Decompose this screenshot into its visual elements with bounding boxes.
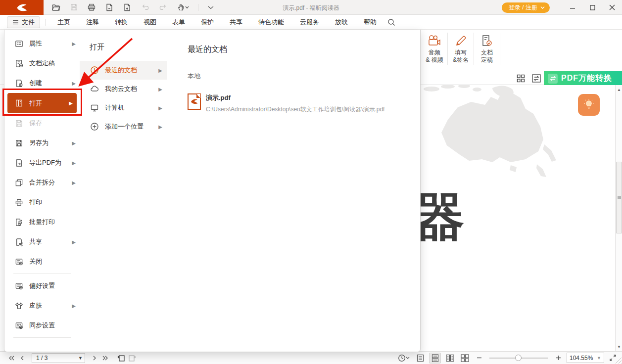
file-menu-item-doc-finalize[interactable]: 文档定稿: [4, 53, 80, 73]
file-menu-item-sync-settings[interactable]: 同步设置: [4, 316, 80, 335]
last-page-icon[interactable]: [100, 353, 111, 363]
menu-tab-protect[interactable]: 保护: [193, 15, 222, 29]
export-page-icon[interactable]: [104, 2, 115, 13]
chevron-right-icon: ▶: [72, 140, 76, 146]
customize-toolbar-chevron-icon[interactable]: [205, 2, 216, 13]
zoom-out-icon[interactable]: [474, 353, 484, 363]
file-menu-item-open[interactable]: 打开 ▶: [7, 93, 77, 113]
menu-file-button[interactable]: 文件: [7, 16, 40, 28]
undo-icon: [140, 2, 150, 13]
menu-item-label: 另存为: [29, 138, 48, 147]
next-page-icon[interactable]: [89, 353, 100, 363]
pdf-convert-button[interactable]: PDF万能转换: [544, 71, 622, 86]
prev-page-icon[interactable]: [17, 353, 28, 363]
file-menu-item-skin[interactable]: 皮肤 ▶: [4, 296, 80, 316]
menu-item-label: 文档定稿: [29, 59, 55, 68]
maximize-button[interactable]: [582, 0, 602, 15]
file-menu-item-save-as[interactable]: 另存为 ▶: [4, 133, 80, 153]
open-folder-icon[interactable]: [50, 2, 61, 13]
pdf-file-icon: [188, 93, 201, 110]
menu-tab-features[interactable]: 特色功能: [250, 15, 292, 29]
chevron-right-icon: ▶: [72, 180, 76, 185]
lightbulb-icon: [582, 98, 595, 111]
fullscreen-icon[interactable]: [607, 353, 618, 363]
file-menu-item-create[interactable]: 创建 ▶: [4, 73, 80, 93]
open-item-label: 最近的文档: [105, 66, 137, 75]
open-item-recent-documents[interactable]: 最近的文档 ▶: [80, 61, 167, 80]
rotate-view-icon[interactable]: [396, 353, 411, 363]
open-item-add-place[interactable]: 添加一个位置 ▶: [80, 117, 167, 136]
zoom-slider[interactable]: [489, 358, 548, 359]
login-label: 登录 / 注册: [509, 3, 537, 12]
menu-item-label: 保存: [29, 119, 42, 128]
open-item-label: 添加一个位置: [105, 122, 144, 131]
first-page-icon[interactable]: [6, 353, 17, 363]
menu-tab-home[interactable]: 主页: [49, 15, 78, 29]
single-page-layout-icon[interactable]: [414, 353, 426, 364]
file-menu-item-merge-split[interactable]: 合并拆分 ▶: [4, 173, 80, 192]
recent-file-item[interactable]: 演示.pdf C:\Users\Administrator\Desktop\se…: [188, 93, 420, 114]
chevron-right-icon: ▶: [72, 41, 76, 46]
document-title-char: 器: [414, 189, 465, 245]
continuous-facing-layout-icon[interactable]: [459, 353, 471, 364]
fill-sign-button[interactable]: 填写&签名: [448, 32, 474, 66]
minimize-button[interactable]: [563, 0, 582, 15]
doc-finalize-button[interactable]: 文档定稿: [474, 32, 500, 66]
sync-settings-icon: [14, 321, 24, 330]
menu-tab-cloud[interactable]: 云服务: [292, 15, 327, 29]
open-item-cloud-documents[interactable]: 我的云文档 ▶: [80, 80, 167, 98]
create-page-icon[interactable]: [122, 2, 133, 13]
tips-bulb-button[interactable]: [578, 94, 600, 116]
file-menu-item-close[interactable]: 关闭: [4, 252, 80, 272]
file-menu-item-export-pdf[interactable]: 导出PDF为 ▶: [4, 153, 80, 173]
menu-tab-present[interactable]: 放映: [327, 15, 356, 29]
scrollbar-thumb[interactable]: [616, 162, 622, 233]
login-register-button[interactable]: 登录 / 注册: [502, 2, 550, 13]
menu-tab-form[interactable]: 表单: [164, 15, 193, 29]
chevron-right-icon: ▶: [72, 81, 76, 86]
scroll-up-icon[interactable]: ▲: [616, 86, 622, 93]
print-icon[interactable]: [86, 2, 97, 13]
file-backstage-menu: 属性 ▶ 文档定稿 创建 ▶ 打开 ▶ 保存: [4, 30, 421, 352]
menu-tab-help[interactable]: 帮助: [356, 15, 384, 29]
search-icon[interactable]: [384, 15, 398, 29]
facing-layout-icon[interactable]: [444, 353, 456, 364]
app-window: 演示.pdf - 福昕阅读器 登录 / 注册 文件 主页 注释 转换 视: [0, 0, 622, 364]
menu-tab-comment[interactable]: 注释: [78, 15, 107, 29]
page-number-dropdown[interactable]: 1 / 3 ▼: [32, 353, 85, 363]
doc-finalize-icon: [14, 59, 24, 68]
prev-view-icon[interactable]: [116, 353, 127, 363]
open-item-computer[interactable]: 计算机 ▶: [80, 98, 167, 117]
zoom-slider-knob[interactable]: [515, 355, 522, 361]
file-menu-item-preferences[interactable]: 偏好设置: [4, 276, 80, 296]
open-item-label: 我的云文档: [105, 85, 137, 93]
audio-video-button[interactable]: 音频& 视频: [422, 32, 447, 66]
caret-down-icon: [406, 357, 410, 360]
menu-tab-share[interactable]: 共享: [222, 15, 250, 29]
grid-view-icon[interactable]: [516, 73, 526, 83]
menu-item-label: 创建: [29, 79, 42, 88]
file-menu-item-properties[interactable]: 属性 ▶: [4, 34, 80, 53]
swap-pages-icon[interactable]: [531, 73, 541, 83]
scroll-down-icon[interactable]: ▼: [616, 343, 622, 350]
page-number-value: 1 / 3: [36, 355, 48, 362]
menu-item-label: 同步设置: [29, 321, 55, 330]
recent-panel-header: 最近的文档: [188, 45, 420, 55]
menu-tab-convert[interactable]: 转换: [107, 15, 136, 29]
close-button[interactable]: [602, 0, 622, 15]
save-menu-icon: [14, 119, 24, 128]
hand-tool-icon[interactable]: [175, 2, 191, 13]
continuous-layout-icon[interactable]: [429, 353, 441, 364]
file-menu-item-share[interactable]: 共享 ▶: [4, 232, 80, 252]
save-as-icon: [14, 138, 24, 148]
menu-tab-view[interactable]: 视图: [136, 15, 164, 29]
add-place-icon: [90, 122, 99, 132]
ribbon-separator: [500, 33, 500, 65]
vertical-scrollbar[interactable]: ▲ ▼: [615, 85, 622, 351]
file-menu-item-print[interactable]: 打印: [4, 192, 80, 212]
zoom-in-icon[interactable]: [553, 353, 564, 363]
file-menu-item-batch-print[interactable]: 批量打印: [4, 212, 80, 232]
preferences-icon: [14, 281, 24, 291]
zoom-value-dropdown[interactable]: 104.55% ▼: [567, 353, 604, 363]
convert-swap-icon: [548, 74, 558, 84]
